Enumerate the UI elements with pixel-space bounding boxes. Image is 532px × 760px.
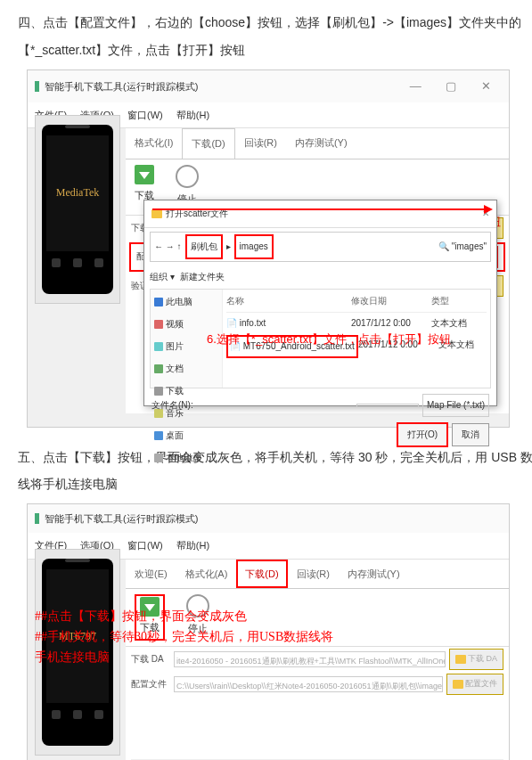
main-panel: 欢迎(E) 格式化(A) 下载(D) 回读(R) 内存测试(Y) 下载 停止 下…: [126, 560, 509, 760]
dialog-title: 打开scatter文件 ✕: [144, 200, 496, 228]
sidebar-item-desktop: 桌面: [152, 425, 220, 446]
download-icon: [135, 165, 154, 184]
menu-window[interactable]: 窗口(W): [127, 110, 163, 120]
dialog-toolbar: 组织 ▾ 新建文件夹: [144, 266, 496, 289]
folder-icon: [151, 209, 162, 218]
phone-speaker: [65, 125, 90, 128]
tab-format[interactable]: 格式化(I): [126, 128, 182, 158]
filename-label: 文件名(N):: [151, 396, 193, 415]
tab-memtest[interactable]: 内存测试(Y): [286, 128, 356, 158]
menu-help[interactable]: 帮助(H): [176, 540, 209, 551]
da-input: ite4-2016050 - 2016051通刷\\刷机教程+工具\\MTK F…: [174, 651, 446, 667]
breadcrumb-pkg[interactable]: 刷机包: [185, 234, 223, 259]
menu-help[interactable]: 帮助(H): [176, 110, 209, 120]
window-icon: [35, 513, 39, 524]
sidebar-item-drive: 本地磁盘: [152, 447, 220, 469]
config-row-scatter: 配置文件 C:\\Users\\rain\\Desktop\\红米Note4-2…: [126, 672, 509, 697]
screenshot-2: 智能手机下载工具(运行时跟踪模式) 文件(F) 选项(O) 窗口(W) 帮助(H…: [27, 503, 510, 760]
annotation-poweroff: ##手机关机，等待30秒，完全关机后，用USB数据线将: [35, 627, 333, 647]
folder-icon: [455, 655, 466, 664]
new-folder-button[interactable]: 新建文件夹: [180, 267, 225, 287]
organize-menu[interactable]: 组织 ▾: [150, 267, 175, 287]
tab-download[interactable]: 下载(D): [236, 560, 287, 588]
tab-format[interactable]: 格式化(A): [176, 560, 237, 588]
phone-mockup: MediaTek: [42, 125, 113, 294]
cfg-input: C:\\Users\\rain\\Desktop\\红米Note4-201605…: [174, 676, 443, 692]
window-title: 智能手机下载工具(运行时跟踪模式): [45, 508, 198, 529]
cancel-button[interactable]: 取消: [452, 423, 489, 446]
sidebar-item-docs: 文档: [152, 358, 220, 380]
file-row[interactable]: 📄 info.txt 2017/1/12 0:00 文本文档: [226, 313, 487, 334]
stop-icon: [176, 165, 199, 188]
step-4-text: 四、点击【配置文件】，右边的【choose】按钮，选择【刷机包】->【image…: [18, 9, 532, 64]
cfg-button: 配置文件: [446, 674, 503, 695]
filename-input[interactable]: [356, 404, 419, 407]
phone-speaker: [65, 559, 90, 562]
arrow-annotation: [152, 208, 491, 210]
tab-download[interactable]: 下载(D): [182, 128, 234, 158]
tabs[interactable]: 格式化(I) 下载(D) 回读(R) 内存测试(Y): [126, 128, 509, 159]
file-open-dialog: 打开scatter文件 ✕ ← → ↑ 刷机包 ▸ images 🔍 "imag…: [143, 200, 497, 406]
window-title: 智能手机下载工具(运行时跟踪模式): [45, 76, 198, 97]
phone-buttons: [42, 710, 113, 719]
da-button: 下载 DA: [449, 649, 503, 670]
phone-screen: MediaTek: [46, 135, 109, 251]
cfg-label: 配置文件: [131, 674, 170, 694]
annotation-download-grey: ##点击【下载】按钮，界面会变成灰色: [35, 607, 247, 626]
tabs[interactable]: 欢迎(E) 格式化(A) 下载(D) 回读(R) 内存测试(Y): [126, 560, 509, 589]
phone-buttons: [42, 258, 113, 267]
phone-preview-panel: MediaTek: [35, 115, 120, 304]
window-title-bar: 智能手机下载工具(运行时跟踪模式) — ▢ ✕: [28, 70, 509, 103]
window-icon: [35, 81, 39, 92]
folder-icon: [453, 680, 463, 689]
dialog-path-bar[interactable]: ← → ↑ 刷机包 ▸ images 🔍 "images": [150, 232, 491, 262]
window-controls[interactable]: — ▢ ✕: [410, 74, 502, 100]
open-button[interactable]: 打开(O): [397, 422, 448, 447]
breadcrumb-images[interactable]: images: [234, 234, 274, 259]
tab-readback[interactable]: 回读(R): [288, 560, 339, 588]
back-icon[interactable]: ← → ↑: [154, 237, 182, 257]
annotation-connect: 手机连接电脑: [35, 648, 110, 667]
menu-window[interactable]: 窗口(W): [127, 540, 163, 551]
da-label: 下载 DA: [131, 650, 170, 669]
tab-readback[interactable]: 回读(R): [235, 128, 286, 158]
file-list-header: 名称 修改日期 类型: [226, 291, 487, 313]
tab-memtest[interactable]: 内存测试(Y): [339, 560, 409, 588]
sidebar-item-thispc: 此电脑: [152, 291, 220, 313]
screenshot-1: 智能手机下载工具(运行时跟踪模式) — ▢ ✕ 文件(F) 选项(O) 窗口(W…: [27, 69, 510, 428]
tab-welcome[interactable]: 欢迎(E): [126, 560, 176, 588]
window-title-bar: 智能手机下载工具(运行时跟踪模式): [28, 504, 509, 533]
path-search[interactable]: 🔍 "images": [438, 237, 487, 257]
annotation-select-file: 6.选择【*_scatter.txt】文件，点击【打开】按钮: [207, 332, 451, 347]
file-filter-select[interactable]: Map File (*.txt): [422, 394, 489, 417]
config-row-da: 下载 DA ite4-2016050 - 2016051通刷\\刷机教程+工具\…: [126, 647, 509, 672]
